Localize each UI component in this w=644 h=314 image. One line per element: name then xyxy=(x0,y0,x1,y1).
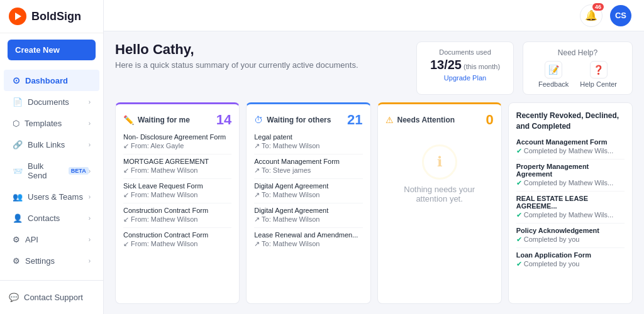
feedback-action[interactable]: 📝 Feedback xyxy=(538,61,569,88)
sidebar-bottom: 💬 Contact Support xyxy=(0,280,103,314)
recent-doc-name: Policy Acknowledgement xyxy=(516,227,625,234)
notification-button[interactable]: 🔔 46 xyxy=(580,4,602,27)
recent-status: ✔Completed by Mathew Wils... xyxy=(516,147,625,155)
avatar[interactable]: CS xyxy=(610,5,631,26)
notification-badge: 46 xyxy=(592,3,604,11)
documents-icon: 📄 xyxy=(13,97,23,107)
sidebar-item-label-templates: Templates xyxy=(25,119,62,128)
doc-name: Sick Leave Request Form xyxy=(123,182,231,190)
welcome-section: Hello Cathy, Here is a quick status summ… xyxy=(115,41,408,95)
list-item: Digital Agent Agreement ↗ To: Mathew Wil… xyxy=(254,207,362,228)
sidebar-item-dashboard[interactable]: ⊙ Dashboard xyxy=(4,70,99,91)
waiting-others-card: ⏱ Waiting for others 21 Legal patent ↗ T… xyxy=(246,102,370,304)
recent-item: Account Management Form ✔Completed by Ma… xyxy=(516,138,625,160)
doc-name: Legal patent xyxy=(254,133,362,141)
recent-item: REAL ESTATE LEASE AGREEME... ✔Completed … xyxy=(516,195,625,224)
recent-status: ✔Completed by you xyxy=(516,260,625,268)
doc-name: Construction Contract Form xyxy=(123,207,231,214)
documents-chevron: › xyxy=(89,99,91,106)
stats-row: ✏️ Waiting for me 14 Non- Disclosure Agr… xyxy=(115,102,633,304)
sidebar-item-bulk-send[interactable]: 📨 Bulk Send BETA › xyxy=(4,156,99,186)
doc-name: Account Management Form xyxy=(254,158,362,165)
needs-attention-card: ⚠ Needs Attention 0 ℹ Nothing needs your… xyxy=(377,102,502,304)
sidebar-item-settings[interactable]: ⚙ Settings › xyxy=(4,251,99,271)
svg-marker-0 xyxy=(15,13,21,20)
doc-sub: ↗ To: Mathew Wilson xyxy=(254,240,362,248)
needs-attention-label: Needs Attention xyxy=(397,116,455,124)
docs-used-period: (this month) xyxy=(464,63,500,70)
sidebar-item-api[interactable]: ⚙ API › xyxy=(4,229,99,250)
upgrade-link[interactable]: Upgrade Plan xyxy=(428,74,502,82)
sidebar-item-contacts[interactable]: 👤 Contacts › xyxy=(4,208,99,229)
waiting-others-label: Waiting for others xyxy=(267,116,331,124)
waiting-me-count: 14 xyxy=(216,112,231,128)
recent-item: Policy Acknowledgement ✔Completed by you xyxy=(516,227,625,248)
waiting-me-icon: ✏️ xyxy=(123,115,134,125)
bell-icon: 🔔 xyxy=(585,9,597,21)
api-icon: ⚙ xyxy=(13,235,20,244)
logo-icon xyxy=(9,8,26,25)
list-item: Legal patent ↗ To: Mathew Wilson xyxy=(254,133,362,154)
contact-support-icon: 💬 xyxy=(9,293,19,302)
users-teams-icon: 👥 xyxy=(13,192,23,202)
recent-doc-name: REAL ESTATE LEASE AGREEME... xyxy=(516,195,625,210)
doc-sub: ↗ To: Steve james xyxy=(254,166,362,175)
recent-doc-name: Account Management Form xyxy=(516,138,625,146)
feedback-label: Feedback xyxy=(538,80,569,88)
sidebar: BoldSign Create New ⊙ Dashboard 📄 Docume… xyxy=(0,0,104,314)
help-title: Need Help? xyxy=(535,48,621,57)
bulk-send-chevron: › xyxy=(89,168,91,175)
settings-icon: ⚙ xyxy=(13,256,20,266)
recent-item: Loan Application Form ✔Completed by you xyxy=(516,251,625,268)
feedback-icon: 📝 xyxy=(545,61,562,78)
sidebar-item-label-bulk-links: Bulk Links xyxy=(28,140,65,149)
create-new-button[interactable]: Create New xyxy=(8,40,96,60)
doc-sub: ↙ From: Alex Gayle xyxy=(123,142,231,150)
doc-name: Digital Agent Agreement xyxy=(254,207,362,214)
top-bar: Hello Cathy, Here is a quick status summ… xyxy=(115,41,633,95)
welcome-subtitle: Here is a quick status summary of your c… xyxy=(115,60,408,70)
sidebar-item-label-contacts: Contacts xyxy=(28,214,60,223)
doc-sub: ↗ To: Mathew Wilson xyxy=(254,191,362,199)
sidebar-item-users-teams[interactable]: 👥 Users & Teams › xyxy=(4,187,99,207)
doc-sub: ↙ From: Mathew Wilson xyxy=(123,215,231,224)
waiting-others-count: 21 xyxy=(347,112,362,128)
welcome-title: Hello Cathy, xyxy=(115,41,408,58)
templates-chevron: › xyxy=(89,120,91,127)
recent-card: Recently Revoked, Declined, and Complete… xyxy=(508,102,633,304)
bulk-links-icon: 🔗 xyxy=(13,140,23,149)
main-area: 🔔 46 CS Hello Cathy, Here is a quick sta… xyxy=(104,0,644,314)
docs-used-count: 13/25(this month) xyxy=(428,58,502,72)
docs-used-number: 13/25 xyxy=(430,58,462,72)
api-chevron: › xyxy=(89,236,91,243)
recent-status: ✔Completed by Mathew Wils... xyxy=(516,211,625,219)
sidebar-item-label-api: API xyxy=(25,235,38,244)
empty-state: ℹ Nothing needs your attention yet. xyxy=(386,133,494,215)
doc-name: Non- Disclosure Agreement Form xyxy=(123,133,231,141)
header: 🔔 46 CS xyxy=(104,0,644,31)
dashboard-icon: ⊙ xyxy=(13,75,20,85)
contact-support-item[interactable]: 💬 Contact Support xyxy=(0,287,103,308)
waiting-others-icon: ⏱ xyxy=(254,115,263,125)
needs-attention-count: 0 xyxy=(486,112,494,128)
beta-badge: BETA xyxy=(69,167,89,175)
doc-name: Lease Renewal and Amendmen... xyxy=(254,231,362,239)
list-item: Construction Contract Form ↙ From: Mathe… xyxy=(123,207,231,228)
help-center-action[interactable]: ❓ Help Center xyxy=(580,61,617,88)
doc-name: Construction Contract Form xyxy=(123,231,231,239)
recent-status: ✔Completed by you xyxy=(516,236,625,244)
help-card: Need Help? 📝 Feedback ❓ Help Center xyxy=(523,41,633,95)
sidebar-item-documents[interactable]: 📄 Documents › xyxy=(4,92,99,112)
doc-sub: ↙ From: Mathew Wilson xyxy=(123,166,231,175)
sidebar-item-bulk-links[interactable]: 🔗 Bulk Links › xyxy=(4,134,99,155)
recent-item: Property Management Agreement ✔Completed… xyxy=(516,163,625,192)
sidebar-item-label-documents: Documents xyxy=(28,97,69,107)
users-teams-chevron: › xyxy=(89,193,91,200)
doc-name: MORTGAGE AGREEMENT xyxy=(123,158,231,165)
logo: BoldSign xyxy=(0,0,103,33)
doc-sub: ↗ To: Mathew Wilson xyxy=(254,142,362,150)
sidebar-item-templates[interactable]: ⬡ Templates › xyxy=(4,113,99,134)
list-item: Construction Contract Form ↙ From: Mathe… xyxy=(123,231,231,248)
recent-doc-name: Property Management Agreement xyxy=(516,163,625,178)
sidebar-item-label-settings: Settings xyxy=(25,256,55,266)
